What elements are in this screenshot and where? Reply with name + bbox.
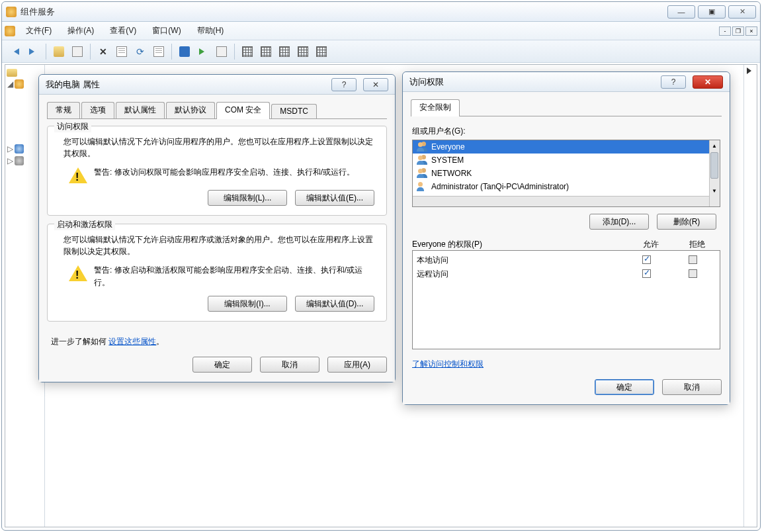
delete-button[interactable]: ✕ <box>95 43 112 60</box>
access-permissions-group: 访问权限 您可以编辑默认情况下允许访问应用程序的用户。您也可以在应用程序上设置限… <box>47 126 387 216</box>
view-tile-button[interactable] <box>294 43 312 60</box>
permissions-listbox: 本地访问 远程访问 <box>412 250 720 349</box>
list-item[interactable]: Everyone <box>413 140 720 154</box>
nav-forward-button[interactable] <box>24 43 42 60</box>
tab-default-protocols[interactable]: 默认协议 <box>166 102 215 118</box>
list-item-label: Administrator (TanQi-PC\Administrator) <box>431 182 569 191</box>
menubar: 文件(F) 操作(A) 查看(V) 窗口(W) 帮助(H) - ❐ × <box>2 22 760 40</box>
properties-dialog-titlebar[interactable]: 我的电脑 属性 ? ✕ <box>39 75 395 95</box>
tab-msdtc[interactable]: MSDTC <box>271 104 317 118</box>
users-listbox[interactable]: Everyone SYSTEM NETWORK Administrator (T… <box>412 140 720 207</box>
allow-column-header: 允许 <box>628 239 674 250</box>
menu-file[interactable]: 文件(F) <box>18 22 60 39</box>
scroll-down-icon[interactable]: ▼ <box>709 185 720 196</box>
group-icon <box>417 142 427 152</box>
access-dialog-titlebar[interactable]: 访问权限 ? ✕ <box>403 72 730 92</box>
user-icon <box>417 182 427 191</box>
properties-dialog: 我的电脑 属性 ? ✕ 常规 选项 默认属性 默认协议 COM 安全 MSDTC… <box>38 74 396 382</box>
view-icon-button[interactable] <box>239 43 256 60</box>
tab-default-properties[interactable]: 默认属性 <box>116 102 165 118</box>
edit-limits-button[interactable]: 编辑限制(I)... <box>208 296 287 312</box>
access-permissions-desc: 您可以编辑默认情况下允许访问应用程序的用户。您也可以在应用程序上设置限制以决定其… <box>64 136 378 159</box>
properties-dialog-body: 常规 选项 默认属性 默认协议 COM 安全 MSDTC 访问权限 您可以编辑默… <box>39 95 395 382</box>
learn-access-link[interactable]: 了解访问控制和权限 <box>412 359 484 369</box>
apply-button[interactable]: 应用(A) <box>327 357 387 373</box>
edit-default-button[interactable]: 编辑默认值(E)... <box>295 190 374 206</box>
menu-help[interactable]: 帮助(H) <box>189 22 232 39</box>
list-item[interactable]: NETWORK <box>413 167 720 180</box>
tab-general[interactable]: 常规 <box>47 102 80 118</box>
properties-dialog-title: 我的电脑 属性 <box>46 79 100 91</box>
vertical-scrollbar[interactable]: ▲ ▼ <box>709 140 720 206</box>
toolbar-separator <box>90 44 91 60</box>
group-icon <box>417 155 427 165</box>
mdi-restore[interactable]: ❐ <box>732 26 744 36</box>
properties-tabs: 常规 选项 默认属性 默认协议 COM 安全 MSDTC <box>47 101 387 119</box>
edit-default-button[interactable]: 编辑默认值(D)... <box>295 296 374 312</box>
list-item[interactable]: SYSTEM <box>413 154 720 167</box>
tree-node[interactable]: ▷ <box>7 155 43 167</box>
menu-window[interactable]: 窗口(W) <box>144 22 189 39</box>
deny-column-header: 拒绝 <box>674 239 720 250</box>
warning-icon <box>69 264 87 281</box>
help-button[interactable]: ? <box>661 75 686 89</box>
menu-view[interactable]: 查看(V) <box>102 22 144 39</box>
cancel-button[interactable]: 取消 <box>260 357 319 373</box>
properties-button[interactable] <box>113 43 130 60</box>
allow-checkbox[interactable] <box>642 255 651 264</box>
list-item[interactable]: Administrator (TanQi-PC\Administrator) <box>413 180 720 193</box>
tab-options[interactable]: 选项 <box>81 102 114 118</box>
actions-pane[interactable] <box>743 65 757 527</box>
help-button[interactable] <box>176 43 193 60</box>
view-list-button[interactable] <box>257 43 275 60</box>
tab-security-limits[interactable]: 安全限制 <box>411 99 460 116</box>
menu-action[interactable]: 操作(A) <box>60 22 102 39</box>
edit-limits-button[interactable]: 编辑限制(L)... <box>208 190 287 206</box>
ok-button[interactable]: 确定 <box>192 357 252 373</box>
access-dialog: 访问权限 ? ✕ 安全限制 组或用户名(G): Everyone SYSTEM <box>402 71 730 405</box>
play-button[interactable] <box>194 43 212 60</box>
remove-button[interactable]: 删除(R) <box>657 214 716 230</box>
footer-help: 进一步了解如何 设置这些属性。 <box>47 336 387 347</box>
toolbar-separator <box>234 44 235 60</box>
mdi-close[interactable]: × <box>745 26 757 36</box>
refresh-button[interactable]: ⟳ <box>132 43 149 60</box>
access-warning-text: 警告: 修改访问权限可能会影响应用程序安全启动、连接、执行和/或运行。 <box>94 166 355 179</box>
export-button[interactable] <box>150 43 167 60</box>
launch-permissions-legend: 启动和激活权限 <box>54 219 115 230</box>
horizontal-scrollbar[interactable] <box>413 196 709 206</box>
app-titlebar[interactable]: 组件服务 — ▣ ✕ <box>2 2 760 22</box>
nav-back-button[interactable] <box>6 43 23 60</box>
maximize-button[interactable]: ▣ <box>698 5 726 19</box>
tree-root[interactable] <box>7 67 43 78</box>
show-tree-button[interactable] <box>69 43 86 60</box>
close-button[interactable]: ✕ <box>363 78 388 91</box>
settings-help-link[interactable]: 设置这些属性 <box>108 337 156 346</box>
access-dialog-title: 访问权限 <box>409 76 444 88</box>
help-button[interactable]: ? <box>331 78 357 91</box>
up-folder-button[interactable] <box>50 43 67 60</box>
access-dialog-body: 安全限制 组或用户名(G): Everyone SYSTEM NETWORK <box>403 92 730 404</box>
stop-button[interactable] <box>213 43 230 60</box>
permissions-for-label: Everyone 的权限(P) <box>412 239 628 250</box>
tree-node[interactable]: ◢ <box>7 78 43 90</box>
allow-checkbox[interactable] <box>642 269 651 278</box>
scroll-up-icon[interactable]: ▲ <box>709 140 720 151</box>
list-item-label: Everyone <box>431 142 465 152</box>
close-button[interactable]: ✕ <box>728 5 756 19</box>
mdi-minimize[interactable]: - <box>719 26 731 36</box>
tab-com-security[interactable]: COM 安全 <box>216 102 270 119</box>
view-detail-button[interactable] <box>276 43 293 60</box>
ok-button[interactable]: 确定 <box>595 379 654 395</box>
scroll-thumb[interactable] <box>710 152 718 179</box>
launch-warning-text: 警告: 修改启动和激活权限可能会影响应用程序安全启动、连接、执行和/或运行。 <box>94 264 378 289</box>
tree-node[interactable]: ▷ <box>7 143 43 155</box>
permission-label: 本地访问 <box>417 255 623 266</box>
minimize-button[interactable]: — <box>667 5 695 19</box>
cancel-button[interactable]: 取消 <box>662 379 722 395</box>
deny-checkbox[interactable] <box>689 255 697 264</box>
view-extra-button[interactable] <box>313 43 330 60</box>
add-button[interactable]: 添加(D)... <box>589 214 649 230</box>
close-button[interactable]: ✕ <box>693 75 723 89</box>
deny-checkbox[interactable] <box>689 269 697 278</box>
